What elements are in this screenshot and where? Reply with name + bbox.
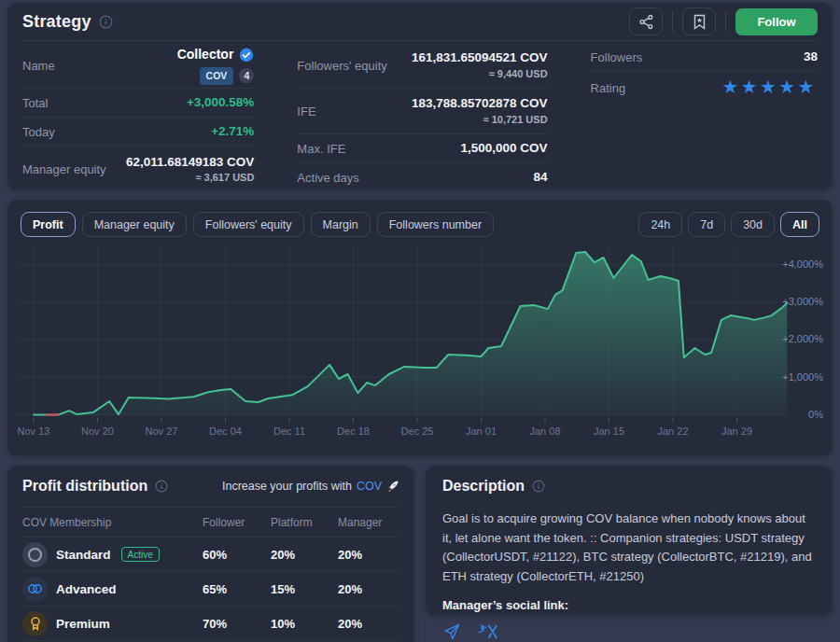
social-icons-row [442,622,816,641]
strategy-name: Collector [177,46,255,63]
stat-value-main: 161,831.65094521 COV [412,49,548,66]
x-axis-label: Jan 01 [466,426,497,437]
stat-label-name: Name [22,59,55,73]
medal-icon [29,616,42,631]
stat-value-followers-equity: 161,831.65094521 COV≈ 9,440 USD [412,49,548,80]
manager-pct: 20% [338,582,399,596]
chart-range-tabs: 24h7d30dAll [638,212,819,237]
profit-area [34,252,787,415]
stat-row-followers-equity: Followers' equity161,831.65094521 COV≈ 9… [297,43,547,89]
stat-value-usd: ≈ 9,440 USD [412,67,548,81]
stat-value-main: +2.71% [211,123,254,140]
stat-value-main: +3,000.58% [187,94,254,111]
table-body: StandardActive60%20%20%Advanced65%15%20%… [22,537,399,641]
stat-value-main: 62,011.68149183 COV [126,154,254,171]
tier-name: Standard [56,548,111,562]
stat-value-main: 183,788.85702878 COV [412,95,548,112]
tab-margin[interactable]: Margin [311,212,371,237]
page-title: Strategy [22,12,91,32]
x-axis-label: Dec 04 [209,426,242,437]
manager-pct: 20% [338,548,399,562]
info-icon[interactable] [155,480,168,493]
range-7d[interactable]: 7d [688,212,725,237]
chart-panel: ProfitManager equityFollowers' equityMar… [7,200,833,455]
stat-value-today: +2.71% [211,123,254,140]
stat-row-followers: Followers38 [591,43,818,72]
profit-distribution-header: Profit distribution Increase your profit… [22,466,399,507]
description-title: Description [442,478,525,495]
stat-label-today: Today [22,125,55,139]
x-axis-label: Nov 20 [81,426,114,437]
share-icon [638,14,654,30]
stat-row-rating: Rating★★★★★ [591,72,818,105]
bookmark-star-icon [693,14,707,30]
header-actions: Follow [629,7,818,35]
bottom-row: Profit distribution Increase your profit… [7,466,833,642]
tab-followers-equity[interactable]: Followers' equity [193,212,304,237]
cov-badge: COV [200,67,234,84]
cov-promo: Increase your profits with COV [222,480,399,493]
star-icons: ★★★★★ [723,78,818,96]
info-icon[interactable] [99,15,113,29]
range-30d[interactable]: 30d [731,212,775,237]
cov-link[interactable]: COV [357,480,382,493]
range-all[interactable]: All [780,212,819,237]
follow-button[interactable]: Follow [735,8,818,35]
verified-icon [239,48,254,63]
links-icon [27,582,43,595]
info-icon[interactable] [532,480,545,493]
col-header-platform: Platform [271,516,338,529]
stats-column-1: NameCollectorCOV4Total+3,000.58%Today+2.… [22,43,254,192]
divider [725,11,726,32]
stat-value-followers: 38 [804,49,818,65]
col-header-manager: Manager [338,516,399,529]
stat-label-active-days: Active days [297,171,358,185]
premium-tier-icon [22,611,48,636]
description-text: Goal is to acquire growing COV balance w… [442,509,816,586]
col-header-cov-membership: COV Membership [22,516,203,529]
stats-column-2: Followers' equity161,831.65094521 COV≈ 9… [297,43,547,192]
platform-pct: 10% [271,617,338,631]
social-link-label: Manager’s social link: [442,598,816,612]
follower-pct: 65% [203,582,271,596]
profit-chart[interactable]: 0%+1,000%+2,000%+3,000%+4,000%Nov 13Nov … [7,243,833,454]
y-axis-label: 0% [808,409,823,420]
table-header: COV MembershipFollowerPlatformManager [22,507,399,537]
tab-followers-number[interactable]: Followers number [377,212,494,237]
y-axis-label: +1,000% [782,371,823,383]
stat-value-ife: 183,788.85702878 COV≈ 10,721 USD [412,95,548,126]
x-axis-label: Dec 11 [273,426,305,437]
x-axis-label: Dec 25 [401,426,434,437]
tab-manager-equity[interactable]: Manager equity [82,212,187,237]
stats-grid: NameCollectorCOV4Total+3,000.58%Today+2.… [22,41,818,192]
y-axis-label: +3,000% [782,296,823,307]
strategy-name-value: CollectorCOV4 [177,46,255,84]
tier-cell-advanced: Advanced [22,577,203,602]
telegram-icon[interactable] [442,622,461,641]
twitter-x-icon[interactable] [477,623,499,640]
standard-tier-icon [22,542,48,567]
stat-row-name: NameCollectorCOV4 [22,43,254,89]
x-axis-label: Dec 18 [337,426,370,437]
stat-row-manager-equity: Manager equity62,011.68149183 COV≈ 3,617… [22,147,254,192]
rocket-icon [386,480,399,493]
stat-row-today: Today+2.71% [22,118,254,147]
y-axis-label: +4,000% [782,258,823,270]
stat-value-total: +3,000.58% [187,94,254,111]
stat-label-manager-equity: Manager equity [22,162,106,176]
count-badge[interactable]: 4 [239,68,254,83]
stat-row-active-days: Active days84 [297,163,547,192]
range-24h[interactable]: 24h [638,212,682,237]
x-axis-label: Jan 22 [658,426,689,437]
bookmark-button[interactable] [682,7,716,35]
strategy-name-text: Collector [177,46,234,63]
x-axis-label: Jan 29 [721,426,752,437]
strategy-header: Strategy Follow [22,3,818,41]
tab-profit[interactable]: Profit [21,212,76,237]
profit-distribution-table: COV MembershipFollowerPlatformManager St… [22,507,399,641]
share-button[interactable] [629,7,663,35]
y-axis-label: +2,000% [782,333,823,344]
stat-value-manager-equity: 62,011.68149183 COV≈ 3,617 USD [126,154,254,185]
promo-text: Increase your profits with [222,480,352,493]
x-axis-label: Nov 13 [18,426,50,437]
